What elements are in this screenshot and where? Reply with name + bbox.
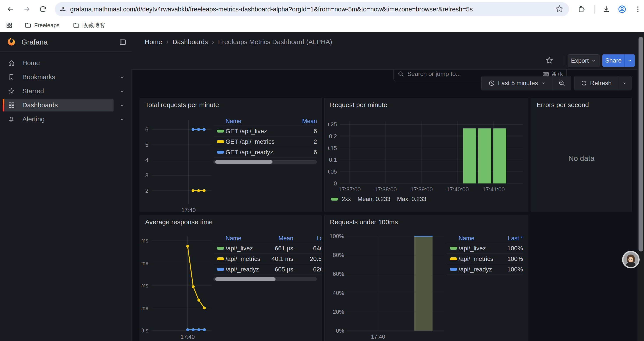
url-text[interactable]: grafana.mathmast.com/d/deytv4rwavabkb/fr… xyxy=(70,2,473,16)
legend-row[interactable]: /api/_readyz 100% xyxy=(446,264,523,275)
folder-icon xyxy=(73,22,80,29)
download-icon[interactable] xyxy=(602,5,611,14)
legend-row[interactable]: /api/_readyz 605 µs 620 µs xyxy=(213,264,322,275)
legend-row[interactable]: GET /api/_metrics 2 xyxy=(213,137,317,147)
svg-text:17:40: 17:40 xyxy=(180,333,195,340)
series-last: 20.5 ms xyxy=(293,255,322,262)
series-name[interactable]: 2xx xyxy=(342,196,351,203)
browser-toolbar: grafana.mathmast.com/d/deytv4rwavabkb/fr… xyxy=(0,0,644,19)
zoom-out-button[interactable] xyxy=(552,76,571,90)
series-color-pill xyxy=(331,198,338,201)
series-name[interactable]: /api/_metrics xyxy=(458,255,497,262)
legend-header: Name Last * xyxy=(446,234,523,243)
browser-menu-icon[interactable] xyxy=(633,5,643,14)
sidebar-item-starred[interactable]: Starred xyxy=(0,84,132,98)
grafana-logo[interactable] xyxy=(6,37,17,48)
legend-row[interactable]: /api/_livez 100% xyxy=(446,243,523,254)
sidebar-item-home[interactable]: Home xyxy=(0,56,132,70)
page-scrollbar-thumb[interactable] xyxy=(638,37,643,251)
apps-grid-icon[interactable] xyxy=(4,21,14,30)
share-menu-button[interactable] xyxy=(624,55,635,67)
legend-col-mean[interactable]: Mean xyxy=(288,118,317,125)
collapse-sidebar-icon[interactable] xyxy=(118,37,128,47)
bookmark-label: 收藏博客 xyxy=(82,19,105,32)
forward-icon[interactable] xyxy=(22,5,32,14)
svg-text:17:40: 17:40 xyxy=(371,333,385,340)
panel-title[interactable]: Average response time xyxy=(145,218,212,226)
series-mean: 605 µs xyxy=(262,266,293,273)
series-name[interactable]: /api/_livez xyxy=(458,245,497,252)
legend-col-mean[interactable]: Mean xyxy=(262,235,293,242)
chevron-down-icon[interactable] xyxy=(119,117,125,122)
legend-col-last[interactable]: Last * xyxy=(497,235,523,242)
svg-text:17:41:00: 17:41:00 xyxy=(482,186,504,193)
series-name[interactable]: /api/_metrics xyxy=(226,255,262,262)
bookmark-item-freeleaps[interactable]: Freeleaps xyxy=(24,19,60,32)
legend-col-name[interactable]: Name xyxy=(226,235,262,242)
panel-title[interactable]: Total requests per minute xyxy=(145,101,219,109)
favorite-star-icon[interactable] xyxy=(544,56,554,65)
share-button[interactable]: Share xyxy=(602,55,624,67)
legend-row[interactable]: GET /api/_readyz 6 xyxy=(213,147,317,158)
bookmark-icon xyxy=(8,74,15,81)
extensions-icon[interactable] xyxy=(576,5,586,14)
share-split-button: Share xyxy=(602,55,635,67)
legend-row[interactable]: /api/_livez 661 µs 646 µs xyxy=(213,243,322,254)
floating-assistant-avatar[interactable] xyxy=(622,251,640,268)
series-color-pill xyxy=(217,257,224,260)
series-last: 100% xyxy=(497,255,523,262)
refresh-interval-button[interactable] xyxy=(618,76,631,90)
series-name[interactable]: GET /api/_readyz xyxy=(226,149,288,156)
breadcrumb-home[interactable]: Home xyxy=(145,38,162,46)
legend-row[interactable]: /api/_metrics 100% xyxy=(446,254,523,264)
chevron-down-icon xyxy=(622,81,627,86)
legend-col-name[interactable]: Name xyxy=(226,118,288,125)
sidebar-item-alerting[interactable]: Alerting xyxy=(0,112,132,126)
series-name[interactable]: /api/_readyz xyxy=(458,266,497,273)
bookmark-item-blog[interactable]: 收藏博客 xyxy=(73,19,105,32)
reload-icon[interactable] xyxy=(38,5,48,14)
bookmarks-divider xyxy=(19,21,19,29)
series-color-pill xyxy=(450,257,457,260)
bookmark-star-icon[interactable] xyxy=(555,5,565,14)
series-name[interactable]: GET /api/_metrics xyxy=(226,138,288,145)
series-color-pill xyxy=(217,151,224,154)
legend-scrollbar-thumb[interactable] xyxy=(215,160,272,164)
panel-request-per-minute: Request per minute 00.050.10.150.20.2517… xyxy=(324,98,528,212)
svg-text:0.2: 0.2 xyxy=(329,133,337,140)
panel-title[interactable]: Request per minute xyxy=(330,101,387,109)
legend-row[interactable]: /api/_metrics 40.1 ms 20.5 ms xyxy=(213,254,322,264)
legend-line[interactable]: 2xx Mean: 0.233 Max: 0.233 xyxy=(331,195,426,203)
back-icon[interactable] xyxy=(6,5,15,14)
panel-title[interactable]: Errors per second xyxy=(536,101,589,109)
sidebar-item-label: Dashboards xyxy=(22,101,58,109)
legend-col-last[interactable]: Last * xyxy=(293,235,322,242)
refresh-controls: Refresh xyxy=(574,76,632,90)
svg-text:100%: 100% xyxy=(330,233,344,239)
profile-icon[interactable] xyxy=(617,5,627,14)
chevron-down-icon[interactable] xyxy=(119,103,125,108)
legend-header: Name Mean xyxy=(213,117,317,126)
series-mean: Mean: 0.233 xyxy=(358,196,390,203)
series-name[interactable]: /api/_livez xyxy=(226,245,262,252)
legend-scrollbar-thumb[interactable] xyxy=(215,277,275,281)
legend-row[interactable]: GET /api/_livez 6 xyxy=(213,126,317,137)
chevron-down-icon[interactable] xyxy=(119,74,125,80)
chevron-down-icon[interactable] xyxy=(119,88,125,94)
refresh-button[interactable]: Refresh xyxy=(574,76,618,90)
series-name[interactable]: /api/_readyz xyxy=(226,266,262,273)
sidebar-item-bookmarks[interactable]: Bookmarks xyxy=(0,70,132,84)
series-mean: 6 xyxy=(288,128,317,135)
panel-title[interactable]: Requests under 100ms xyxy=(330,218,398,226)
site-info-icon[interactable] xyxy=(58,5,68,14)
legend-col-name[interactable]: Name xyxy=(458,235,497,242)
sidebar-item-dashboards[interactable]: Dashboards xyxy=(0,98,132,112)
legend-scrollbar[interactable] xyxy=(213,160,317,164)
page-scrollbar-track[interactable] xyxy=(638,32,644,341)
time-range-picker[interactable]: Last 5 minutes xyxy=(482,76,552,90)
legend-scrollbar[interactable] xyxy=(213,277,317,281)
refresh-icon xyxy=(581,80,587,86)
export-button[interactable]: Export xyxy=(568,55,600,67)
series-name[interactable]: GET /api/_livez xyxy=(226,128,288,135)
breadcrumb-dashboards[interactable]: Dashboards xyxy=(172,38,208,46)
